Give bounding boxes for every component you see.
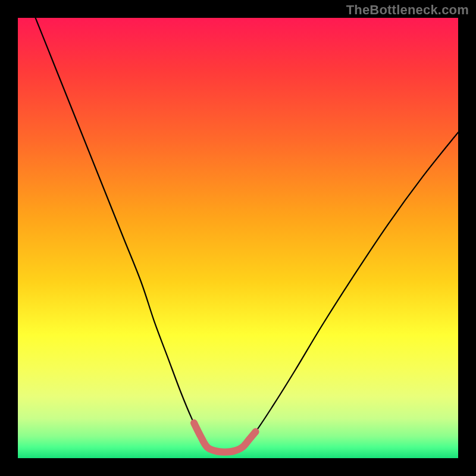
watermark-text: TheBottleneck.com [346, 2, 469, 18]
gradient-rect [18, 18, 458, 458]
chart-svg [18, 18, 458, 458]
outer-frame: TheBottleneck.com [0, 0, 476, 476]
chart-plot-area [18, 18, 458, 458]
